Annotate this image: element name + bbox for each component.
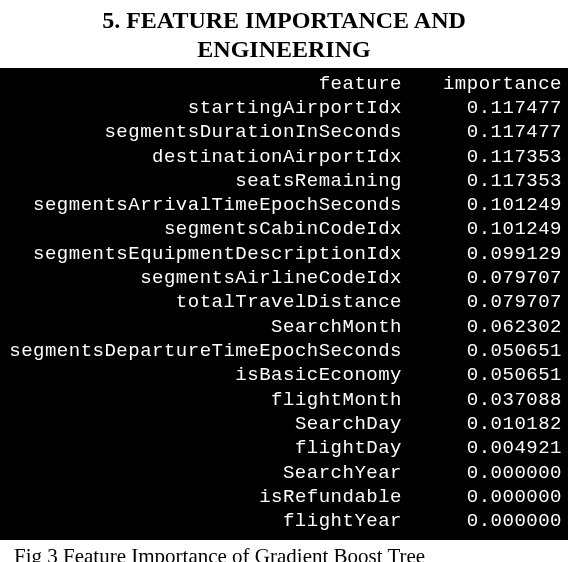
- importance-cell: 0.079707: [402, 266, 562, 290]
- feature-cell: isBasicEconomy: [235, 363, 402, 387]
- table-row: flightMonth0.037088: [6, 388, 562, 412]
- importance-cell: 0.037088: [402, 388, 562, 412]
- table-row: segmentsDepartureTimeEpochSeconds0.05065…: [6, 339, 562, 363]
- terminal-output: feature importance startingAirportIdx0.1…: [0, 68, 568, 540]
- table-row: segmentsAirlineCodeIdx0.079707: [6, 266, 562, 290]
- importance-cell: 0.117477: [402, 96, 562, 120]
- importance-cell: 0.000000: [402, 461, 562, 485]
- table-row: SearchYear0.000000: [6, 461, 562, 485]
- feature-cell: SearchDay: [295, 412, 402, 436]
- importance-cell: 0.050651: [402, 339, 562, 363]
- feature-cell: totalTravelDistance: [176, 290, 402, 314]
- table-row: totalTravelDistance0.079707: [6, 290, 562, 314]
- feature-cell: flightYear: [283, 509, 402, 533]
- feature-cell: destinationAirportIdx: [152, 145, 402, 169]
- importance-cell: 0.117353: [402, 169, 562, 193]
- importance-cell: 0.010182: [402, 412, 562, 436]
- feature-cell: segmentsDurationInSeconds: [104, 120, 402, 144]
- importance-cell: 0.117353: [402, 145, 562, 169]
- importance-cell: 0.099129: [402, 242, 562, 266]
- figure-caption: Fig 3 Feature Importance of Gradient Boo…: [0, 540, 568, 562]
- table-row: SearchMonth0.062302: [6, 315, 562, 339]
- feature-cell: segmentsAirlineCodeIdx: [140, 266, 402, 290]
- table-row: SearchDay0.010182: [6, 412, 562, 436]
- feature-cell: flightMonth: [271, 388, 402, 412]
- table-row: flightDay0.004921: [6, 436, 562, 460]
- feature-cell: startingAirportIdx: [188, 96, 402, 120]
- importance-cell: 0.079707: [402, 290, 562, 314]
- feature-cell: segmentsArrivalTimeEpochSeconds: [33, 193, 402, 217]
- table-row: isRefundable0.000000: [6, 485, 562, 509]
- feature-cell: flightDay: [295, 436, 402, 460]
- section-title-line2: ENGINEERING: [197, 36, 370, 62]
- feature-cell: segmentsDepartureTimeEpochSeconds: [9, 339, 402, 363]
- importance-cell: 0.117477: [402, 120, 562, 144]
- table-header-row: feature importance: [6, 72, 562, 96]
- importance-cell: 0.101249: [402, 217, 562, 241]
- table-row: segmentsEquipmentDescriptionIdx0.099129: [6, 242, 562, 266]
- importance-cell: 0.062302: [402, 315, 562, 339]
- header-feature: feature: [319, 72, 402, 96]
- feature-cell: seatsRemaining: [235, 169, 402, 193]
- table-row: segmentsArrivalTimeEpochSeconds0.101249: [6, 193, 562, 217]
- table-row: flightYear0.000000: [6, 509, 562, 533]
- importance-cell: 0.050651: [402, 363, 562, 387]
- feature-cell: segmentsCabinCodeIdx: [164, 217, 402, 241]
- header-importance: importance: [402, 72, 562, 96]
- table-row: startingAirportIdx0.117477: [6, 96, 562, 120]
- table-row: segmentsCabinCodeIdx0.101249: [6, 217, 562, 241]
- feature-cell: SearchMonth: [271, 315, 402, 339]
- feature-cell: SearchYear: [283, 461, 402, 485]
- section-title-line1: FEATURE IMPORTANCE AND: [126, 7, 466, 33]
- feature-cell: isRefundable: [259, 485, 402, 509]
- section-number: 5.: [102, 7, 120, 33]
- table-row: segmentsDurationInSeconds0.117477: [6, 120, 562, 144]
- table-row: seatsRemaining0.117353: [6, 169, 562, 193]
- table-row: destinationAirportIdx0.117353: [6, 145, 562, 169]
- importance-cell: 0.004921: [402, 436, 562, 460]
- section-heading: 5. FEATURE IMPORTANCE AND ENGINEERING: [0, 0, 568, 68]
- importance-cell: 0.101249: [402, 193, 562, 217]
- importance-cell: 0.000000: [402, 509, 562, 533]
- table-row: isBasicEconomy0.050651: [6, 363, 562, 387]
- feature-cell: segmentsEquipmentDescriptionIdx: [33, 242, 402, 266]
- importance-cell: 0.000000: [402, 485, 562, 509]
